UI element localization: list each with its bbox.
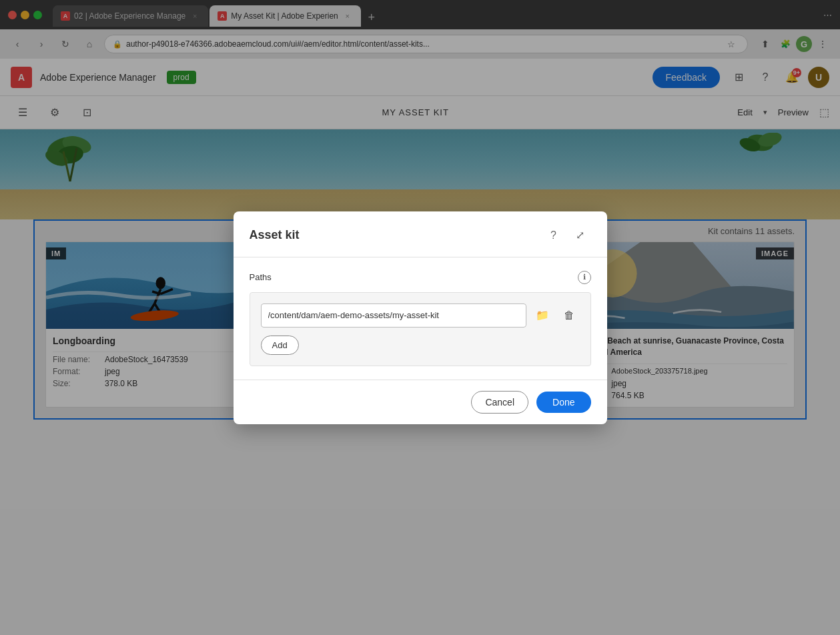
path-row-1: 📁 🗑 <box>261 303 580 328</box>
done-button[interactable]: Done <box>536 392 590 413</box>
path-input[interactable] <box>261 303 526 328</box>
dialog-overlay: Asset kit ? ⤢ Paths ℹ 📁 <box>0 129 840 611</box>
add-path-button[interactable]: Add <box>261 336 299 355</box>
dialog-title: Asset kit <box>250 228 300 242</box>
paths-label: Paths <box>250 272 272 282</box>
asset-kit-dialog: Asset kit ? ⤢ Paths ℹ 📁 <box>234 211 607 424</box>
browse-folder-button[interactable]: 📁 <box>532 305 553 326</box>
paths-content: 📁 🗑 Add <box>250 292 591 366</box>
dialog-help-button[interactable]: ? <box>543 225 564 246</box>
paths-info-icon[interactable]: ℹ <box>578 271 591 284</box>
dialog-header-icons: ? ⤢ <box>543 225 591 246</box>
paths-section: Paths ℹ 📁 🗑 Add <box>250 271 591 366</box>
delete-path-button[interactable]: 🗑 <box>558 305 580 326</box>
dialog-header: Asset kit ? ⤢ <box>234 211 607 257</box>
dialog-footer: Cancel Done <box>234 380 607 424</box>
dialog-body: Paths ℹ 📁 🗑 Add <box>234 257 607 380</box>
cancel-button[interactable]: Cancel <box>471 391 528 414</box>
main-content: Kit contains 11 assets. <box>0 129 840 611</box>
dialog-fullscreen-button[interactable]: ⤢ <box>570 225 591 246</box>
paths-header: Paths ℹ <box>250 271 591 284</box>
